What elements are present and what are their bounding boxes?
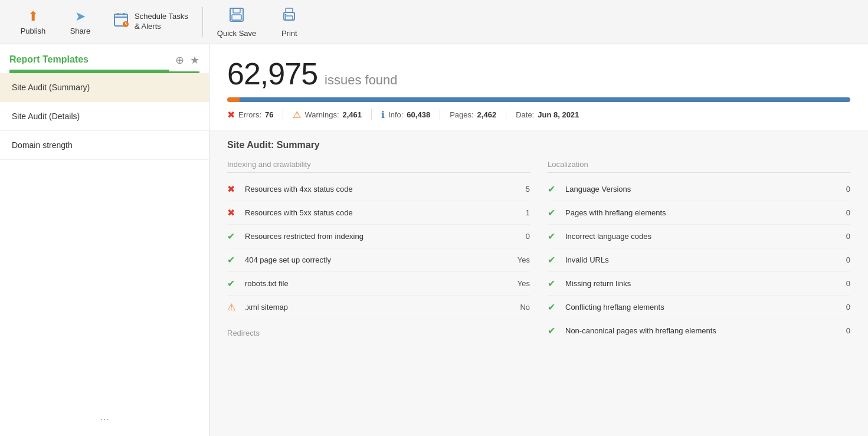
svg-point-13 [285, 14, 287, 15]
svg-rect-11 [286, 8, 293, 12]
ok-icon: ✔ [548, 254, 559, 265]
sidebar-item-site-audit-details[interactable]: Site Audit (Details) [0, 102, 209, 131]
schedule-button[interactable]: Schedule Tasks & Alerts [104, 7, 198, 37]
redirects-label: Redirects [227, 325, 530, 337]
audit-item-robots: ✔ robots.txt file Yes [227, 272, 530, 296]
issues-label: issues found [325, 73, 398, 88]
svg-rect-8 [233, 8, 240, 13]
quicksave-label: Quick Save [217, 29, 256, 38]
error-icon: ✖ [227, 207, 239, 218]
svg-rect-9 [232, 15, 241, 20]
sidebar-nav: Site Audit (Summary) Site Audit (Details… [0, 73, 209, 160]
ok-icon: ✔ [227, 231, 239, 242]
audit-section-title: Site Audit: Summary [227, 140, 850, 150]
sidebar-collapse-handle[interactable]: ⋯ [0, 403, 209, 436]
issues-number: 62,975 [227, 56, 317, 91]
progress-bar [227, 97, 850, 102]
ok-icon: ✔ [227, 254, 239, 265]
toolbar: ⬆ Publish ➤ Share Schedule Tasks & Alert… [0, 0, 868, 44]
print-label: Print [281, 29, 297, 38]
ok-icon: ✔ [548, 325, 559, 336]
audit-item-sitemap: ⚠ .xml sitemap No [227, 296, 530, 319]
sidebar-item-domain-strength[interactable]: Domain strength [0, 131, 209, 160]
svg-rect-12 [286, 16, 293, 20]
stat-date: Date: Jun 8, 2021 [506, 110, 588, 119]
error-icon: ✖ [227, 109, 235, 120]
localization-label: Localization [548, 160, 850, 173]
audit-item-noncanonical-hreflang: ✔ Non-canonical pages with hreflang elem… [548, 319, 850, 342]
print-button[interactable]: Print [266, 2, 313, 42]
audit-item-5xx: ✖ Resources with 5xx status code 1 [227, 201, 530, 225]
audit-item-restricted: ✔ Resources restricted from indexing 0 [227, 225, 530, 248]
add-template-button[interactable]: ⊕ [175, 54, 184, 67]
progress-bar-errors [227, 97, 240, 102]
print-icon [281, 6, 297, 27]
progress-bar-info [240, 97, 850, 102]
audit-columns: Indexing and crawlability ✖ Resources wi… [227, 160, 850, 342]
share-label: Share [70, 27, 91, 35]
ok-icon: ✔ [548, 183, 559, 195]
content-area: 62,975 issues found ✖ Errors: 76 ⚠ Warni… [209, 44, 868, 436]
stat-warnings: ⚠ Warnings: 2,461 [283, 109, 372, 120]
publish-label: Publish [21, 27, 46, 35]
stat-info: ℹ Info: 60,438 [372, 109, 440, 120]
audit-item-hreflang-pages: ✔ Pages with hreflang elements 0 [548, 201, 850, 225]
warning-icon: ⚠ [227, 301, 239, 313]
ok-icon: ✔ [548, 301, 559, 313]
stats-row: ✖ Errors: 76 ⚠ Warnings: 2,461 ℹ Info: 6… [227, 109, 850, 120]
main-layout: Report Templates ⊕ ★ Site Audit (Summary… [0, 44, 868, 436]
ok-icon: ✔ [227, 278, 239, 289]
info-icon: ℹ [381, 109, 385, 120]
audit-item-invalid-urls: ✔ Invalid URLs 0 [548, 248, 850, 272]
favorite-button[interactable]: ★ [190, 54, 199, 67]
quicksave-button[interactable]: Quick Save [208, 2, 266, 42]
indexing-label: Indexing and crawlability [227, 160, 530, 173]
schedule-text: Schedule Tasks & Alerts [135, 12, 188, 32]
schedule-icon [113, 12, 130, 32]
audit-item-lang-codes: ✔ Incorrect language codes 0 [548, 225, 850, 248]
sidebar-header: Report Templates ⊕ ★ [0, 44, 209, 71]
audit-item-return-links: ✔ Missing return links 0 [548, 272, 850, 296]
audit-item-404: ✔ 404 page set up correctly Yes [227, 248, 530, 272]
quicksave-icon [228, 6, 245, 27]
share-icon: ➤ [75, 9, 86, 24]
error-icon: ✖ [227, 183, 239, 195]
toolbar-divider [202, 7, 203, 37]
ok-icon: ✔ [548, 207, 559, 218]
audit-section: Site Audit: Summary Indexing and crawlab… [209, 130, 868, 436]
stat-pages: Pages: 2,462 [440, 110, 506, 119]
share-button[interactable]: ➤ Share [57, 4, 104, 40]
audit-item-conflicting-hreflang: ✔ Conflicting hreflang elements 0 [548, 296, 850, 319]
summary-header: 62,975 issues found ✖ Errors: 76 ⚠ Warni… [209, 44, 868, 130]
indexing-column: Indexing and crawlability ✖ Resources wi… [227, 160, 530, 342]
audit-item-4xx: ✖ Resources with 4xx status code 5 [227, 178, 530, 201]
sidebar-item-site-audit-summary[interactable]: Site Audit (Summary) [0, 73, 209, 102]
ok-icon: ✔ [548, 231, 559, 242]
sidebar-title: Report Templates [9, 54, 169, 71]
ok-icon: ✔ [548, 278, 559, 289]
publish-button[interactable]: ⬆ Publish [9, 4, 57, 40]
warning-icon: ⚠ [293, 109, 301, 120]
localization-column: Localization ✔ Language Versions 0 ✔ Pag… [548, 160, 850, 342]
issues-count: 62,975 issues found [227, 56, 850, 91]
publish-icon: ⬆ [28, 9, 38, 24]
audit-item-language-versions: ✔ Language Versions 0 [548, 178, 850, 201]
sidebar: Report Templates ⊕ ★ Site Audit (Summary… [0, 44, 209, 436]
stat-errors: ✖ Errors: 76 [227, 109, 283, 120]
